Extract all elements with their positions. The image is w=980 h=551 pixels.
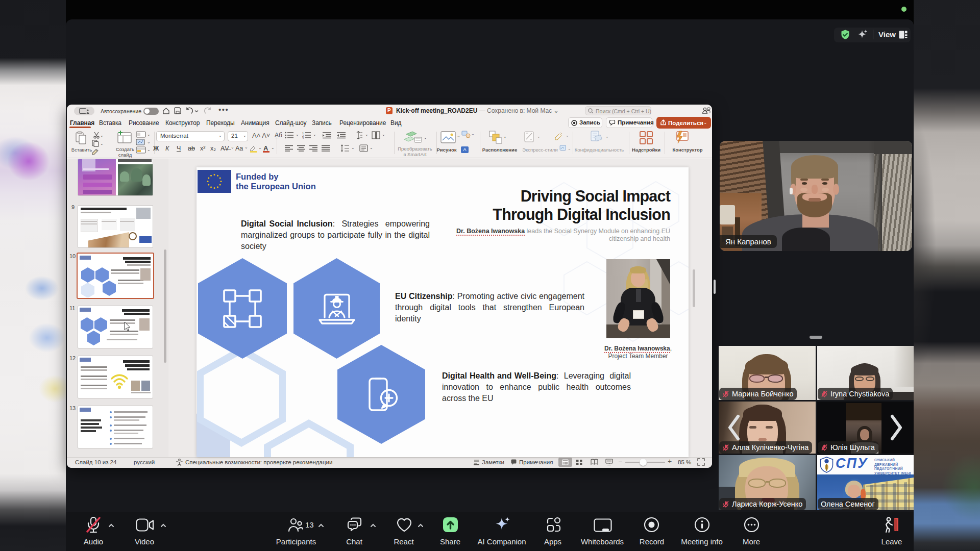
svg-text:3: 3 bbox=[302, 137, 304, 139]
